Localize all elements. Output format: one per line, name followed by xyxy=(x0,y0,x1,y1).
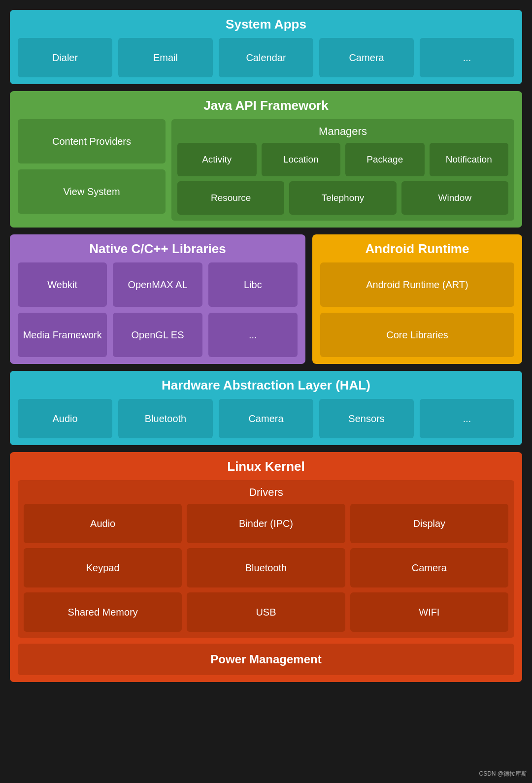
media-framework-cell: Media Framework xyxy=(18,313,107,357)
hal-cells: Audio Bluetooth Camera Sensors ... xyxy=(18,399,514,438)
managers-grid: Activity Location Package Notification R… xyxy=(177,143,508,215)
native-libs-title: Native C/C++ Libraries xyxy=(18,241,298,257)
calendar-cell: Calendar xyxy=(219,38,313,77)
managers-row2: Resource Telephony Window xyxy=(177,181,508,215)
webkit-cell: Webkit xyxy=(18,262,107,307)
managers-row1: Activity Location Package Notification xyxy=(177,143,508,176)
camera-cell: Camera xyxy=(319,38,414,77)
drivers-box: Drivers Audio Binder (IPC) Display Keypa… xyxy=(18,480,514,638)
driver-binder-cell: Binder (IPC) xyxy=(187,504,345,543)
hal-audio-cell: Audio xyxy=(18,399,112,438)
drivers-row3: Shared Memory USB WIFI xyxy=(24,592,508,632)
linux-kernel-layer: Linux Kernel Drivers Audio Binder (IPC) … xyxy=(10,452,522,682)
system-apps-layer: System Apps Dialer Email Calendar Camera… xyxy=(10,10,522,84)
linux-kernel-title: Linux Kernel xyxy=(18,459,514,474)
system-apps-title: System Apps xyxy=(18,17,514,32)
native-libs-grid: Webkit OpenMAX AL Libc Media Framework O… xyxy=(18,262,298,357)
telephony-cell: Telephony xyxy=(289,181,396,215)
hal-title: Hardware Abstraction Layer (HAL) xyxy=(18,378,514,393)
openmax-cell: OpenMAX AL xyxy=(113,262,202,307)
driver-keypad-cell: Keypad xyxy=(24,548,182,587)
window-cell: Window xyxy=(401,181,508,215)
resource-cell: Resource xyxy=(177,181,284,215)
more-cell: ... xyxy=(420,38,514,77)
art-cell: Android Runtime (ART) xyxy=(320,262,514,307)
driver-wifi-cell: WIFI xyxy=(350,592,508,632)
driver-usb-cell: USB xyxy=(187,592,345,632)
android-runtime-layer: Android Runtime Android Runtime (ART) Co… xyxy=(312,234,522,364)
managers-title: Managers xyxy=(177,125,508,138)
content-providers-cell: Content Providers xyxy=(18,119,166,163)
hal-more-cell: ... xyxy=(420,399,514,438)
java-api-title: Java API Framework xyxy=(18,98,514,113)
activity-cell: Activity xyxy=(177,143,257,176)
drivers-grid: Audio Binder (IPC) Display Keypad Blueto… xyxy=(24,504,508,632)
drivers-title: Drivers xyxy=(24,486,508,499)
drivers-row2: Keypad Bluetooth Camera xyxy=(24,548,508,587)
java-api-left: Content Providers View System xyxy=(18,119,166,221)
power-management-cell: Power Management xyxy=(18,644,514,675)
android-runtime-title: Android Runtime xyxy=(320,241,514,257)
driver-shared-memory-cell: Shared Memory xyxy=(24,592,182,632)
drivers-row1: Audio Binder (IPC) Display xyxy=(24,504,508,543)
java-api-layer: Java API Framework Content Providers Vie… xyxy=(10,91,522,228)
native-libs-row2: Media Framework OpenGL ES ... xyxy=(18,313,298,357)
core-libraries-cell: Core Libraries xyxy=(320,313,514,357)
native-libs-row1: Webkit OpenMAX AL Libc xyxy=(18,262,298,307)
system-apps-cells: Dialer Email Calendar Camera ... xyxy=(18,38,514,77)
native-libs-layer: Native C/C++ Libraries Webkit OpenMAX AL… xyxy=(10,234,305,364)
location-cell: Location xyxy=(262,143,341,176)
package-cell: Package xyxy=(345,143,425,176)
driver-display-cell: Display xyxy=(350,504,508,543)
android-runtime-cells: Android Runtime (ART) Core Libraries xyxy=(320,262,514,357)
driver-audio-cell: Audio xyxy=(24,504,182,543)
view-system-cell: View System xyxy=(18,169,166,214)
opengl-cell: OpenGL ES xyxy=(113,313,202,357)
middle-row: Native C/C++ Libraries Webkit OpenMAX AL… xyxy=(10,234,522,364)
java-api-inner: Content Providers View System Managers A… xyxy=(18,119,514,221)
hal-bluetooth-cell: Bluetooth xyxy=(118,399,213,438)
email-cell: Email xyxy=(118,38,213,77)
hal-sensors-cell: Sensors xyxy=(319,399,414,438)
dialer-cell: Dialer xyxy=(18,38,112,77)
hal-camera-cell: Camera xyxy=(219,399,313,438)
driver-camera-cell: Camera xyxy=(350,548,508,587)
notification-cell: Notification xyxy=(430,143,509,176)
libc-cell: Libc xyxy=(208,262,298,307)
watermark: CSDN @德拉库斯 xyxy=(479,770,527,778)
native-more-cell: ... xyxy=(208,313,298,357)
managers-box: Managers Activity Location Package Notif… xyxy=(171,119,514,221)
hal-layer: Hardware Abstraction Layer (HAL) Audio B… xyxy=(10,371,522,445)
driver-bluetooth-cell: Bluetooth xyxy=(187,548,345,587)
